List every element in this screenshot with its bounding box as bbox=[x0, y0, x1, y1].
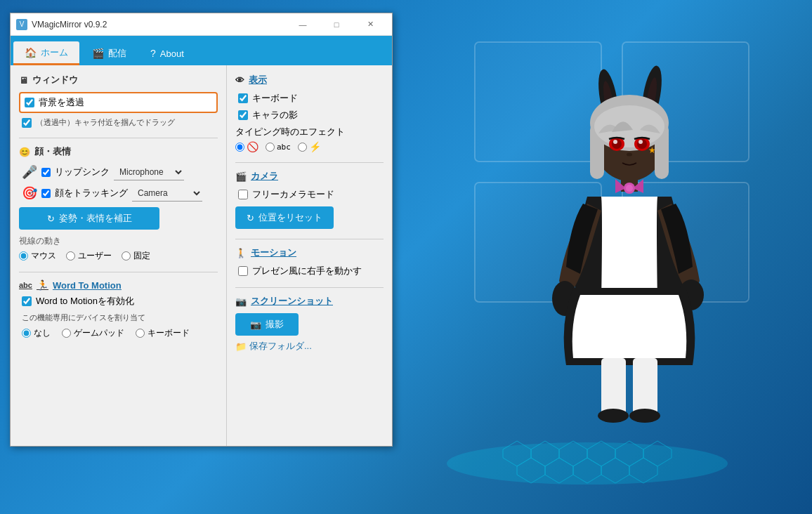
eye-fixed-option[interactable]: 固定 bbox=[122, 250, 150, 262]
tab-about[interactable]: ? About bbox=[139, 41, 195, 65]
svg-point-34 bbox=[639, 140, 643, 144]
wtm-enable-checkbox[interactable] bbox=[22, 296, 32, 306]
bg-transparent-label: 背景を透過 bbox=[39, 96, 84, 109]
free-camera-label: フリーカメラモード bbox=[252, 188, 334, 201]
free-camera-checkbox[interactable] bbox=[238, 190, 248, 199]
wtm-gamepad-option[interactable]: ゲームパッド bbox=[62, 327, 124, 339]
svg-point-47 bbox=[629, 409, 660, 423]
lip-sync-checkbox[interactable] bbox=[41, 168, 51, 177]
wtm-enable-label: Word to Motionを有効化 bbox=[36, 295, 134, 308]
free-camera-row: フリーカメラモード bbox=[235, 188, 384, 201]
typing-effects-group: 🚫 abc ⚡ bbox=[235, 141, 384, 152]
motion-section: 🚶 モーション プレゼン風に右手を動かす bbox=[235, 246, 384, 277]
drag-char-row: （透過中）キャラ付近を掴んでドラッグ bbox=[19, 117, 218, 128]
svg-point-8 bbox=[447, 442, 728, 485]
wtm-gamepad-label: ゲームパッド bbox=[74, 327, 124, 339]
eye-user-option[interactable]: ユーザー bbox=[66, 250, 112, 262]
char-shadow-checkbox[interactable] bbox=[238, 110, 248, 120]
wtm-header: abc 🏃 Word To Motion bbox=[19, 279, 218, 291]
character-svg: ★ bbox=[362, 0, 812, 514]
eye-movement-section: 視線の動き マウス ユーザー 固定 bbox=[19, 235, 218, 262]
content-area: 🖥 ウィンドウ 背景を透過 （透過中）キャラ付近を掴んでドラッグ bbox=[11, 65, 392, 446]
typing-effect-2[interactable]: ⚡ bbox=[298, 141, 321, 152]
right-panel: 👁 表示 キーボード キャラの影 タイピング時のエフェクト bbox=[227, 65, 392, 446]
app-icon: V bbox=[16, 19, 27, 30]
capture-icon: 📷 bbox=[250, 319, 261, 330]
capture-btn-row: 📷 撮影 bbox=[235, 313, 384, 336]
window-section-header: 🖥 ウィンドウ bbox=[19, 74, 218, 86]
svg-point-46 bbox=[598, 409, 629, 423]
typing-effect-1[interactable]: abc bbox=[266, 143, 291, 152]
typing-effect-off[interactable]: 🚫 bbox=[235, 141, 258, 152]
mic-icon: 🎤 bbox=[22, 164, 37, 180]
eye-mouse-option[interactable]: マウス bbox=[19, 250, 56, 262]
reset-pos-label: 位置をリセット bbox=[258, 211, 322, 224]
eye-fixed-radio[interactable] bbox=[122, 251, 131, 261]
bg-transparent-checkbox[interactable] bbox=[25, 98, 34, 107]
svg-point-36 bbox=[627, 153, 632, 157]
reset-position-button[interactable]: ↻ 位置をリセット bbox=[235, 206, 334, 229]
present-right-checkbox[interactable] bbox=[238, 266, 248, 276]
face-section-header: 😊 顔・表情 bbox=[19, 145, 218, 158]
reset-pos-btn-row: ↻ 位置をリセット bbox=[235, 206, 384, 229]
display-section-title: 表示 bbox=[249, 74, 267, 86]
camera-section-header: 🎬 カメラ bbox=[235, 170, 384, 183]
camera-section: 🎬 カメラ フリーカメラモード ↻ 位置をリセット bbox=[235, 170, 384, 229]
wtm-keyboard-label: キーボード bbox=[148, 327, 190, 339]
minimize-button[interactable]: — bbox=[287, 18, 319, 32]
camera-select[interactable]: Camera bbox=[132, 185, 202, 202]
wtm-icon-abc: abc bbox=[19, 281, 32, 289]
tab-home-label: ホーム bbox=[41, 46, 68, 59]
wtm-title: Word To Motion bbox=[53, 280, 122, 291]
wtm-none-radio[interactable] bbox=[22, 329, 31, 338]
wtm-enable-row: Word to Motionを有効化 bbox=[19, 295, 218, 308]
microphone-select[interactable]: Microphone bbox=[114, 164, 184, 180]
tab-streaming-label: 配信 bbox=[108, 47, 126, 60]
typing-effect2-radio[interactable] bbox=[298, 143, 307, 152]
eye-user-radio[interactable] bbox=[66, 251, 75, 261]
divider-4 bbox=[235, 239, 384, 239]
eye-mouse-radio[interactable] bbox=[19, 251, 28, 261]
monitor-icon: 🖥 bbox=[19, 75, 28, 86]
motion-section-header: 🚶 モーション bbox=[235, 246, 384, 259]
eye-radio-group: マウス ユーザー 固定 bbox=[19, 250, 218, 262]
svg-rect-45 bbox=[633, 358, 657, 414]
wtm-keyboard-radio[interactable] bbox=[136, 329, 145, 338]
reset-refresh-icon: ↻ bbox=[247, 213, 254, 223]
maximize-button[interactable]: □ bbox=[320, 18, 353, 32]
wtm-device-label: この機能専用にデバイスを割り当て bbox=[22, 313, 145, 322]
screenshot-section-title: スクリーンショット bbox=[251, 295, 333, 308]
lip-sync-row: 🎤 リップシンク Microphone bbox=[19, 164, 218, 180]
typing-off-radio[interactable] bbox=[235, 143, 244, 152]
screenshot-section-header: 📷 スクリーンショット bbox=[235, 295, 384, 308]
home-icon: 🏠 bbox=[25, 47, 37, 58]
motion-section-title: モーション bbox=[251, 246, 296, 259]
tab-streaming[interactable]: 🎬 配信 bbox=[81, 41, 138, 65]
typing-effect1-radio[interactable] bbox=[266, 143, 275, 152]
capture-button[interactable]: 📷 撮影 bbox=[235, 313, 299, 336]
close-button[interactable]: ✕ bbox=[354, 18, 386, 32]
calibrate-refresh-icon: ↻ bbox=[47, 213, 55, 224]
eye-mouse-label: マウス bbox=[31, 250, 56, 262]
divider-5 bbox=[235, 287, 384, 288]
present-right-label: プレゼン風に右手を動かす bbox=[252, 265, 362, 277]
wtm-keyboard-option[interactable]: キーボード bbox=[136, 327, 190, 339]
svg-text:★: ★ bbox=[648, 145, 656, 155]
eye-tracking-icon: 🎯 bbox=[22, 185, 37, 201]
wtm-gamepad-radio[interactable] bbox=[62, 329, 71, 338]
wtm-section: abc 🏃 Word To Motion Word to Motionを有効化 … bbox=[19, 279, 218, 339]
drag-char-checkbox[interactable] bbox=[22, 118, 32, 128]
tab-home[interactable]: 🏠 ホーム bbox=[13, 41, 79, 65]
bg-transparent-row[interactable]: 背景を透過 bbox=[19, 92, 218, 113]
streaming-icon: 🎬 bbox=[92, 48, 104, 59]
lip-sync-label: リップシンク bbox=[55, 166, 110, 178]
character-area: ★ bbox=[362, 0, 812, 514]
wtm-none-option[interactable]: なし bbox=[22, 327, 51, 339]
face-tracking-row: 🎯 顔をトラッキング Camera bbox=[19, 185, 218, 202]
save-folder-button[interactable]: 📁 保存フォルダ... bbox=[235, 340, 312, 352]
calibrate-button[interactable]: ↻ 姿勢・表情を補正 bbox=[19, 207, 159, 230]
face-tracking-checkbox[interactable] bbox=[41, 189, 51, 198]
divider-2 bbox=[19, 272, 218, 272]
app-title: VMagicMirror v0.9.2 bbox=[32, 20, 287, 29]
keyboard-display-checkbox[interactable] bbox=[238, 93, 248, 103]
